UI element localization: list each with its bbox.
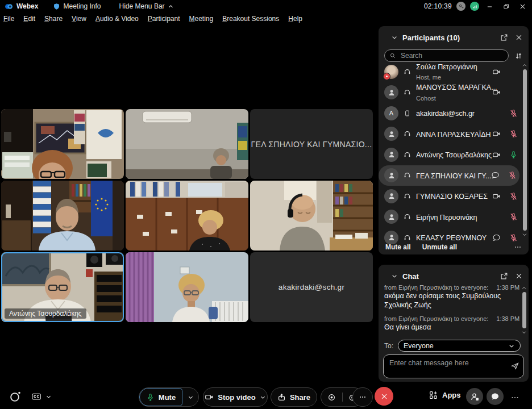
mute-split-button: Mute (139, 387, 199, 407)
participant-name: Σούλα Πετρογιάννη (416, 63, 477, 71)
video-tile-5[interactable] (126, 181, 248, 251)
scrollbar-thumb[interactable] (522, 292, 526, 328)
person-icon (388, 192, 396, 200)
headset-icon (404, 130, 411, 137)
lock-key-icon[interactable] (456, 2, 466, 11)
video-tile-6[interactable] (250, 181, 373, 251)
menu-edit[interactable]: Edit (23, 14, 36, 23)
mic-muted-icon[interactable] (508, 171, 517, 180)
mute-options-chevron[interactable] (182, 394, 198, 400)
video-tile-8[interactable] (126, 252, 248, 322)
send-message-icon[interactable] (510, 361, 519, 370)
video-tile-9[interactable]: akakirdaki@sch.gr (250, 252, 373, 322)
menu-audio-video[interactable]: Audio & Video (95, 14, 139, 23)
participant-search-box[interactable] (384, 49, 509, 62)
restore-button[interactable] (500, 1, 512, 12)
leave-meeting-button[interactable] (375, 387, 393, 406)
chat-panel-title: Chat (402, 272, 493, 281)
closed-captions-icon[interactable] (31, 391, 42, 402)
participant-row[interactable]: A akakirdaki@sch.gr (379, 103, 521, 124)
webex-assistant-icon[interactable] (9, 390, 22, 403)
menu-bar: File Edit Share View Audio & Video Parti… (3, 14, 303, 23)
menu-share[interactable]: Share (44, 14, 63, 23)
menu-file[interactable]: File (3, 14, 15, 23)
participant-row[interactable]: ΓΥΜΝΑΣΙΟ ΚΟΞΑΡΕΣ (379, 186, 521, 207)
chat-message-input[interactable] (386, 357, 505, 369)
menu-view[interactable]: View (71, 14, 87, 23)
chat-message-time: 1:38 PM (496, 315, 519, 322)
participant-role: Host, me (416, 74, 441, 81)
recording-badge-icon (383, 73, 390, 80)
captions-chevron-icon[interactable] (45, 394, 52, 400)
scrollbar-thumb[interactable] (523, 69, 527, 231)
chat-input-box[interactable] (383, 354, 524, 378)
stop-video-button[interactable]: Stop video (203, 387, 268, 407)
chat-message-time: 1:38 PM (496, 284, 519, 291)
sort-participants-icon[interactable] (514, 52, 523, 60)
meeting-info-label: Meeting Info (63, 2, 101, 10)
mic-muted-icon[interactable] (509, 192, 518, 201)
shield-icon (53, 3, 60, 10)
headset-icon (404, 89, 411, 96)
video-tile-3[interactable]: ΓΕΛ ΣΠΗΛΙΟΥ ΚΑΙ ΓΥΜΝΑΣΙΟ... (250, 109, 373, 179)
mic-on-icon[interactable] (509, 151, 518, 159)
scroll-down-icon[interactable] (521, 329, 527, 335)
apps-button[interactable]: Apps (429, 390, 461, 400)
chat-scrollbar[interactable] (521, 285, 527, 335)
participant-row[interactable]: ΑΝΝΑ ΠΑΡΑΣΚΕΥΑΪΔΗ (379, 124, 521, 145)
minimize-button[interactable] (484, 1, 496, 12)
menu-participant[interactable]: Participant (147, 14, 181, 23)
participant-row[interactable]: Σούλα ΠετρογιάννηHost, me (379, 61, 521, 82)
share-button[interactable]: Share (271, 387, 317, 407)
collapse-panel-icon[interactable] (391, 273, 398, 279)
webex-logo-icon (5, 2, 13, 11)
video-tile-4[interactable] (1, 181, 124, 251)
participants-panel-button[interactable] (466, 388, 483, 405)
chat-panel-button[interactable] (487, 388, 504, 405)
more-participant-options-icon[interactable] (514, 243, 522, 251)
video-tile-7-active-speaker[interactable]: Αντώνης Τσουρδαλάκης (1, 252, 124, 322)
participant-row[interactable]: Ειρήνη Περυσινάκη (379, 207, 521, 228)
record-icon[interactable] (321, 393, 342, 402)
participant-row[interactable]: ΜΑΝΟΥΣΟΣ ΜΑΡΑΓΚΑ...Cohost (379, 82, 521, 103)
chat-recipient-dropdown[interactable]: Everyone (398, 340, 521, 352)
participant-search-input[interactable] (400, 51, 504, 60)
menu-help[interactable]: Help (288, 14, 303, 23)
menu-meeting[interactable]: Meeting (189, 14, 214, 23)
participant-row-highlighted[interactable]: ΓΕΛ ΣΠΗΛΙΟΥ ΚΑΙ ΓΥ... (379, 165, 519, 186)
video-tile-5-art (126, 181, 248, 251)
mic-muted-icon[interactable] (509, 130, 518, 138)
scroll-up-icon[interactable] (522, 62, 527, 68)
mute-button[interactable]: Mute (139, 388, 182, 406)
more-options-button[interactable] (352, 387, 373, 407)
person-icon (388, 213, 396, 221)
mic-muted-icon[interactable] (509, 109, 518, 118)
close-panel-icon[interactable] (515, 272, 523, 280)
video-options-chevron[interactable] (260, 394, 266, 400)
participant-name: ΜΑΝΟΥΣΟΣ ΜΑΡΑΓΚΑ... (416, 84, 497, 91)
more-panels-icon[interactable] (510, 393, 519, 402)
menu-breakout-sessions[interactable]: Breakout Sessions (222, 14, 280, 23)
collapse-panel-icon[interactable] (391, 34, 398, 41)
mic-muted-icon[interactable] (509, 212, 518, 221)
scroll-up-icon[interactable] (521, 285, 527, 291)
avatar (384, 65, 398, 79)
participants-scrollbar[interactable] (522, 62, 527, 237)
connection-signal-icon[interactable] (470, 2, 479, 11)
close-window-button[interactable] (517, 1, 529, 12)
popout-panel-icon[interactable] (500, 34, 508, 41)
meeting-info-button[interactable]: Meeting Info (53, 2, 101, 10)
popout-panel-icon[interactable] (500, 272, 508, 280)
hide-menu-bar-button[interactable]: Hide Menu Bar (119, 2, 174, 10)
app-name: Webex (16, 2, 38, 10)
mute-all-button[interactable]: Mute all (385, 243, 411, 251)
mute-label: Mute (159, 393, 176, 402)
close-panel-icon[interactable] (515, 34, 523, 41)
participant-row[interactable]: Αντώνης Τσουρδαλάκης (379, 144, 521, 165)
microphone-icon (146, 393, 155, 402)
video-tile-1[interactable] (1, 109, 124, 179)
apps-label: Apps (442, 391, 461, 399)
unmute-all-button[interactable]: Unmute all (422, 243, 457, 251)
video-tile-2[interactable] (126, 109, 248, 179)
scroll-down-icon[interactable] (522, 232, 527, 237)
